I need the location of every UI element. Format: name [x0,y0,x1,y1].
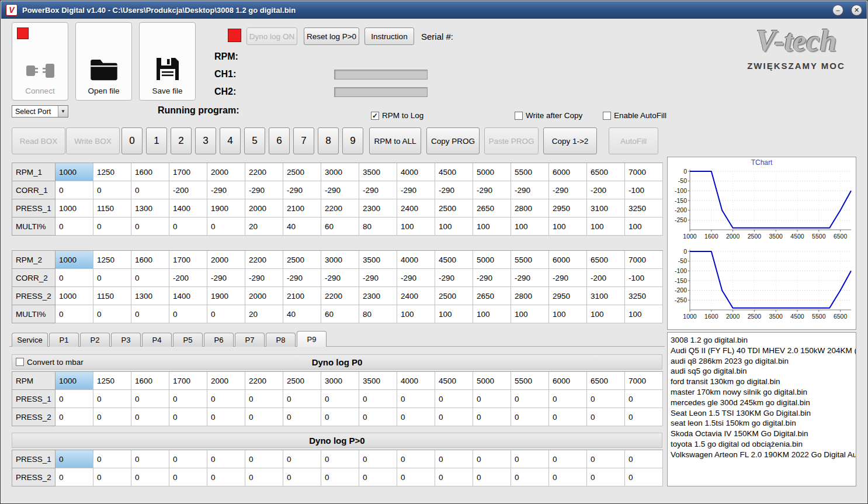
table-cell[interactable]: 1900 [207,287,245,305]
tab-p5[interactable]: P5 [173,333,203,347]
table-cell[interactable]: -290 [207,269,245,287]
table-cell[interactable]: 100 [511,305,549,323]
copy-prog-button[interactable]: Copy PROG [426,127,480,154]
table-cell[interactable]: 2500 [435,199,473,218]
digit-button-8[interactable]: 8 [318,127,339,154]
table-cell-selected[interactable]: 1000 [55,163,93,181]
table-cell[interactable]: 2200 [245,372,283,390]
table-cell[interactable]: 0 [55,305,93,323]
table-cell[interactable]: 2800 [511,199,549,218]
table-cell[interactable]: 0 [587,390,625,408]
table-cell[interactable]: 4500 [435,163,473,181]
table-cell[interactable]: 3500 [359,372,397,390]
table-cell[interactable]: 0 [169,468,207,486]
table-cell[interactable]: 2000 [245,199,283,218]
table-cell[interactable]: 4500 [435,372,473,390]
table-cell[interactable]: 2400 [397,287,435,305]
table-cell[interactable]: 0 [473,468,511,486]
table-cell[interactable]: -290 [511,181,549,199]
table-cell[interactable]: 2300 [359,199,397,218]
table-cell[interactable]: -290 [283,181,321,199]
table-cell[interactable]: 0 [55,468,93,486]
table-cell[interactable]: 2200 [245,163,283,181]
table-cell[interactable]: 100 [549,218,587,236]
table-cell[interactable]: -290 [283,269,321,287]
table-cell[interactable]: 0 [283,468,321,486]
table-cell[interactable]: -290 [549,269,587,287]
table-cell[interactable]: 0 [321,390,359,408]
table-cell[interactable]: 0 [511,450,549,468]
table-cell[interactable]: 0 [93,305,131,323]
file-list-item[interactable]: seat leon 1.5tsi 150km go digital.bin [671,418,853,429]
rpm-to-all-button[interactable]: RPM to ALL [369,127,421,154]
table-cell[interactable]: 0 [587,450,625,468]
table-cell[interactable]: 0 [587,408,625,426]
table-cell[interactable]: 6500 [587,251,625,269]
table-cell[interactable]: 2500 [283,251,321,269]
table-cell[interactable]: 0 [321,450,359,468]
file-list-item[interactable]: audi sq5 go digital.bin [671,366,853,377]
table-cell[interactable]: 2100 [283,287,321,305]
digit-button-7[interactable]: 7 [293,127,314,154]
table-cell[interactable]: 20 [245,305,283,323]
table-cell[interactable]: 0 [207,468,245,486]
table-cell[interactable]: 1000 [55,287,93,305]
table-cell[interactable]: 5000 [473,163,511,181]
table-cell[interactable]: 0 [93,390,131,408]
table-cell[interactable]: 0 [435,450,473,468]
table-cell[interactable]: 0 [131,408,169,426]
table-cell[interactable]: 0 [169,218,207,236]
table-cell[interactable]: 0 [207,408,245,426]
instruction-button[interactable]: Instruction [364,27,414,45]
tab-p2[interactable]: P2 [80,333,110,347]
table-cell[interactable]: 0 [93,181,131,199]
table-cell[interactable]: 0 [55,408,93,426]
table-cell[interactable]: 1150 [93,287,131,305]
digit-button-9[interactable]: 9 [342,127,363,154]
table-cell[interactable]: 0 [359,408,397,426]
table-cell[interactable]: 6000 [549,372,587,390]
table-cell[interactable]: 0 [473,408,511,426]
table-cell[interactable]: 80 [359,218,397,236]
table-cell[interactable]: 2950 [549,287,587,305]
table-cell[interactable]: 0 [321,408,359,426]
table-cell[interactable]: 0 [625,468,663,486]
titlebar[interactable]: V PowerBox Digital v1.40 - C:\Users\Prod… [1,1,867,19]
table-cell[interactable]: -100 [625,181,663,199]
save-file-button[interactable]: Save file [139,22,196,101]
digit-button-1[interactable]: 1 [146,127,167,154]
table-cell[interactable]: 0 [245,390,283,408]
table-cell[interactable]: 0 [511,468,549,486]
table-cell[interactable]: 5500 [511,163,549,181]
close-button[interactable]: ✕ [851,5,862,16]
table-cell[interactable]: 2200 [245,251,283,269]
table-cell[interactable]: 100 [473,305,511,323]
file-list-item[interactable]: Seat Leon 1.5 TSI 130KM Go Digital.bin [671,408,853,419]
tab-service[interactable]: Service [12,333,48,347]
tab-p4[interactable]: P4 [142,333,172,347]
table-cell[interactable]: -290 [245,269,283,287]
table-cell[interactable]: 2000 [207,163,245,181]
minimize-button[interactable]: – [832,5,843,16]
table-cell[interactable]: -290 [473,269,511,287]
table-cell[interactable]: 0 [397,468,435,486]
table-cell[interactable]: 0 [435,408,473,426]
table-cell[interactable]: 0 [283,450,321,468]
table-cell[interactable]: 0 [359,390,397,408]
table-cell[interactable]: 0 [245,468,283,486]
table-cell[interactable]: 100 [397,305,435,323]
table-cell[interactable]: 100 [473,218,511,236]
read-box-button[interactable]: Read BOX [12,127,65,154]
table-cell[interactable]: 3250 [625,199,663,218]
table-cell[interactable]: 0 [435,390,473,408]
table-cell[interactable]: 1400 [169,199,207,218]
table-cell[interactable]: 1700 [169,163,207,181]
digit-button-2[interactable]: 2 [171,127,192,154]
table-cell[interactable]: 100 [625,218,663,236]
table-cell[interactable]: -100 [625,269,663,287]
table-cell[interactable]: 0 [511,408,549,426]
table-cell[interactable]: 3100 [587,287,625,305]
table-cell[interactable]: 60 [321,218,359,236]
table-cell[interactable]: 2950 [549,199,587,218]
table-cell[interactable]: 0 [93,269,131,287]
